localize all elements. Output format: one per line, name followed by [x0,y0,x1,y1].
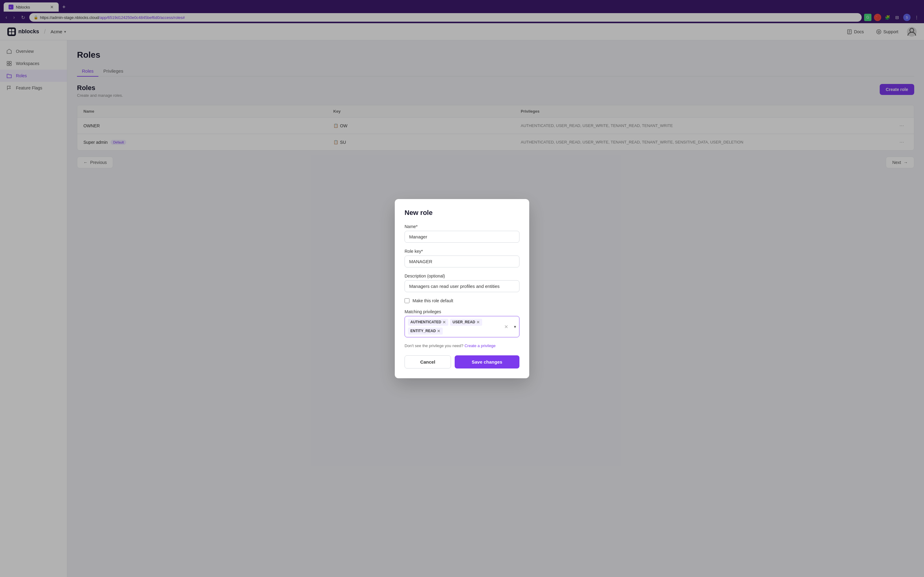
tag-input-container[interactable]: AUTHENTICATED ✕ USER_READ ✕ ENTITY_READ … [405,316,519,337]
default-checkbox[interactable] [405,298,409,303]
tag-label: ENTITY_READ [410,329,436,333]
tag-authenticated: AUTHENTICATED ✕ [408,319,448,326]
cancel-button[interactable]: Cancel [405,355,451,369]
privileges-label: Matching privileges [405,309,519,314]
role-key-label: Role key* [405,249,519,254]
tag-remove-user-read[interactable]: ✕ [477,320,480,324]
tag-user-read: USER_READ ✕ [450,319,482,326]
tag-entity-read: ENTITY_READ ✕ [408,327,443,335]
default-checkbox-row: Make this role default [405,298,519,303]
name-label: Name* [405,224,519,229]
default-checkbox-label: Make this role default [412,298,453,303]
name-input[interactable] [405,231,519,243]
name-field-group: Name* [405,224,519,243]
dont-see-text: Don't see the privilege you need? [405,343,464,348]
tag-remove-authenticated[interactable]: ✕ [443,320,446,324]
privileges-field-group: Matching privileges AUTHENTICATED ✕ USER… [405,309,519,337]
new-role-modal: New role Name* Role key* Description (op… [395,199,529,378]
save-changes-button[interactable]: Save changes [455,355,519,369]
dont-see-privilege: Don't see the privilege you need? Create… [405,343,519,348]
tag-dropdown-icon[interactable]: ▾ [514,324,516,329]
tag-label: AUTHENTICATED [410,320,441,324]
modal-overlay[interactable]: New role Name* Role key* Description (op… [0,0,924,577]
tag-clear-button[interactable]: ✕ [504,324,508,329]
create-privilege-link[interactable]: Create a privilege [464,343,496,348]
role-key-input[interactable] [405,256,519,268]
tag-label: USER_READ [452,320,475,324]
description-input[interactable] [405,280,519,292]
description-field-group: Description (optional) [405,274,519,292]
role-key-field-group: Role key* [405,249,519,268]
tag-remove-entity-read[interactable]: ✕ [437,329,440,334]
modal-actions: Cancel Save changes [405,355,519,369]
description-label: Description (optional) [405,274,519,279]
modal-title: New role [405,209,519,217]
